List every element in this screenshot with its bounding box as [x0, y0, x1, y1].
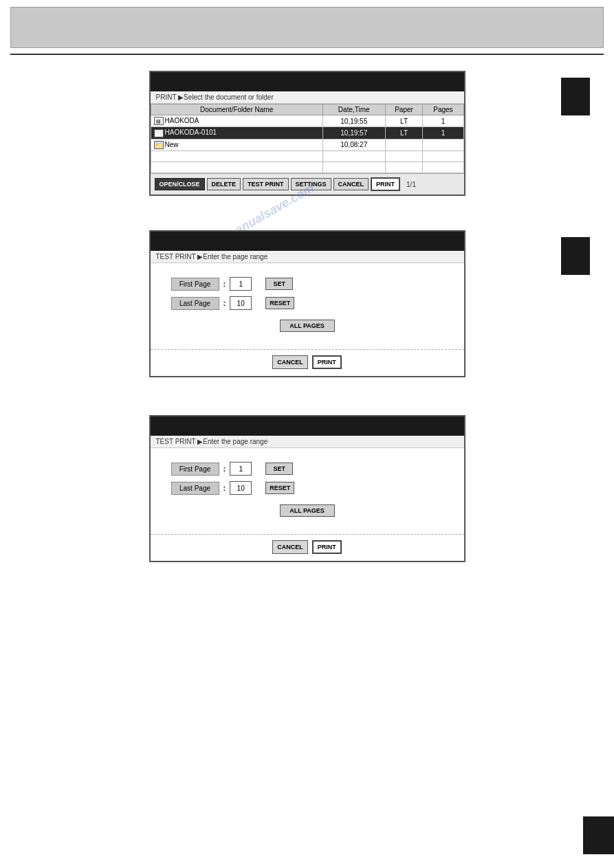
screen3-title-bar — [151, 416, 464, 436]
print-button-3[interactable]: PRINT — [312, 540, 342, 554]
open-close-button[interactable]: OPEN/CLOSE — [155, 178, 205, 190]
doc-name-cell: ▤HAOKODA — [151, 115, 322, 127]
screen3-body: First Page : 1 SET Last Page : 10 RESET … — [151, 448, 464, 527]
doc-name-cell: 📁New — [151, 139, 322, 151]
last-page-label: Last Page — [171, 297, 219, 310]
cancel-button-3[interactable]: CANCEL — [272, 540, 308, 554]
doc-paper-cell: LT — [385, 115, 423, 127]
col-datetime: Date,Time — [322, 104, 385, 115]
table-row[interactable]: ▤HAOKODA-010110,19:57LT1 — [151, 127, 463, 139]
colon-1: : — [223, 280, 226, 288]
doc-pages-cell — [423, 162, 463, 173]
last-page-row: Last Page : 10 RESET — [171, 296, 443, 310]
folder-icon: 📁 — [154, 141, 164, 149]
screen2-container: TEST PRINT ▶Enter the page range First P… — [149, 230, 465, 377]
doc-name-cell — [151, 162, 322, 173]
doc-name-cell — [151, 151, 322, 162]
divider-dots-3 — [151, 534, 464, 535]
set-button-3[interactable]: SET — [265, 463, 293, 475]
first-page-row: First Page : 1 SET — [171, 277, 443, 291]
settings-button[interactable]: SETTINGS — [291, 178, 331, 190]
screen2-subtitle: TEST PRINT ▶Enter the page range — [151, 251, 464, 263]
divider-dots-1 — [151, 349, 464, 350]
doc-pages-cell: 1 — [423, 127, 463, 139]
all-pages-button-1[interactable]: ALL PAGES — [280, 320, 335, 332]
doc-name-text: New — [165, 141, 179, 148]
doc-pages-cell — [423, 139, 463, 151]
screen3-bottom-buttons: CANCEL PRINT — [151, 540, 464, 561]
colon-4: : — [223, 484, 226, 492]
last-page-label-3: Last Page — [171, 482, 219, 495]
print-button[interactable]: PRINT — [371, 177, 400, 191]
colon-3: : — [223, 465, 226, 473]
last-page-value[interactable]: 10 — [230, 296, 252, 310]
doc-datetime-cell — [322, 151, 385, 162]
screen2-bottom-buttons: CANCEL PRINT — [151, 355, 464, 376]
doc-datetime-cell: 10,19:55 — [322, 115, 385, 127]
doc-pages-cell — [423, 151, 463, 162]
last-page-value-3[interactable]: 10 — [230, 481, 252, 495]
delete-button[interactable]: DELETE — [207, 178, 241, 190]
reset-button-1[interactable]: RESET — [265, 297, 294, 309]
bottom-badge — [583, 816, 614, 854]
doc-paper-cell — [385, 139, 423, 151]
table-row[interactable] — [151, 151, 463, 162]
first-page-row-3: First Page : 1 SET — [171, 462, 443, 476]
screen2-title-bar — [151, 232, 464, 251]
doc-paper-cell — [385, 151, 423, 162]
table-row[interactable]: ▤HAOKODA10,19:55LT1 — [151, 115, 463, 127]
all-pages-button-3[interactable]: ALL PAGES — [280, 504, 335, 517]
set-button-1[interactable]: SET — [265, 278, 293, 290]
screen2-side-badge — [561, 237, 590, 275]
test-print-button[interactable]: TEST PRINT — [243, 178, 289, 190]
page-indicator: 1/1 — [406, 181, 416, 188]
cancel-button[interactable]: CANCEL — [333, 178, 369, 190]
doc-datetime-cell: 10,19:57 — [322, 127, 385, 139]
bottom-spacer — [0, 572, 614, 710]
doc-paper-cell: LT — [385, 127, 423, 139]
screen2-body: First Page : 1 SET Last Page : 10 RESET … — [151, 263, 464, 342]
print-button-2[interactable]: PRINT — [312, 355, 342, 369]
screen1-title-bar — [151, 72, 464, 91]
doc-datetime-cell — [322, 162, 385, 173]
header-bar — [10, 7, 604, 48]
screen1-container: PRINT ▶Select the document or folder Doc… — [149, 71, 465, 196]
last-page-row-3: Last Page : 10 RESET — [171, 481, 443, 495]
cancel-button-2[interactable]: CANCEL — [272, 355, 308, 369]
colon-2: : — [223, 299, 226, 307]
screen3-subtitle: TEST PRINT ▶Enter the page range — [151, 436, 464, 448]
doc-paper-cell — [385, 162, 423, 173]
screen1-button-bar: OPEN/CLOSE DELETE TEST PRINT SETTINGS CA… — [151, 173, 464, 194]
doc-icon: ▤ — [154, 117, 164, 125]
table-row[interactable]: 📁New10,08:27 — [151, 139, 463, 151]
section-divider-1 — [10, 54, 604, 55]
first-page-value-3[interactable]: 1 — [230, 462, 252, 476]
doc-name-cell: ▤HAOKODA-0101 — [151, 127, 322, 139]
screen3-container: TEST PRINT ▶Enter the page range First P… — [149, 415, 465, 562]
doc-pages-cell: 1 — [423, 115, 463, 127]
first-page-label: First Page — [171, 278, 219, 291]
document-table: Document/Folder Name Date,Time Paper Pag… — [151, 104, 464, 173]
first-page-label-3: First Page — [171, 463, 219, 476]
screen1-side-badge — [561, 78, 590, 115]
first-page-value[interactable]: 1 — [230, 277, 252, 291]
doc-name-text: HAOKODA — [165, 117, 199, 124]
col-docname: Document/Folder Name — [151, 104, 322, 115]
doc-datetime-cell: 10,08:27 — [322, 139, 385, 151]
col-paper: Paper — [385, 104, 423, 115]
doc-icon: ▤ — [154, 129, 164, 137]
doc-name-text: HAOKODA-0101 — [165, 129, 217, 136]
reset-button-3[interactable]: RESET — [265, 482, 294, 494]
col-pages: Pages — [423, 104, 463, 115]
screen1-subtitle: PRINT ▶Select the document or folder — [151, 91, 464, 104]
table-row[interactable] — [151, 162, 463, 173]
